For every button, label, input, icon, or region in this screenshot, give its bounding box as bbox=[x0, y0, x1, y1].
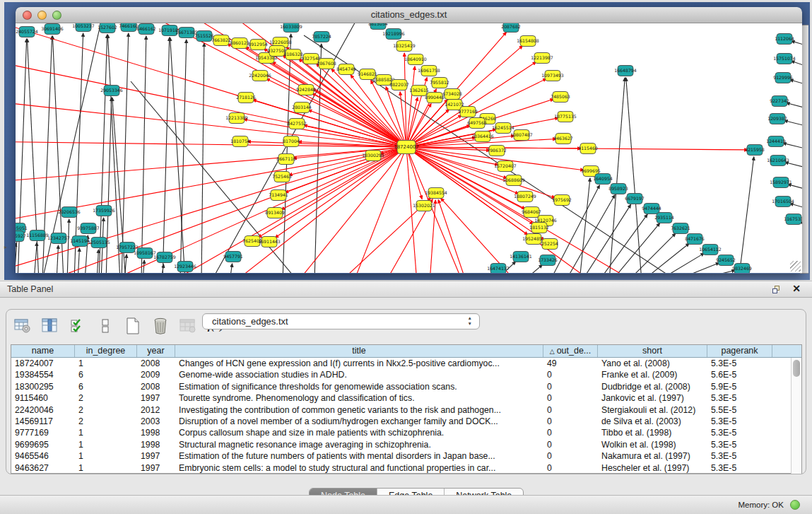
graph-node[interactable]: 1167533 bbox=[784, 214, 802, 225]
graph-node[interactable]: 17359926 bbox=[93, 206, 115, 216]
graph-edge[interactable] bbox=[170, 37, 185, 273]
graph-node[interactable]: 817004 bbox=[283, 136, 300, 147]
unselect-columns-button[interactable] bbox=[95, 316, 116, 336]
delete-column-button[interactable] bbox=[150, 316, 171, 336]
column-header-title[interactable]: title bbox=[175, 345, 543, 357]
graph-node[interactable]: 9242848 bbox=[296, 85, 316, 95]
minimize-window-button[interactable] bbox=[37, 11, 47, 20]
graph-node[interactable]: 20206536 bbox=[58, 207, 81, 218]
graph-node[interactable]: 10053237 bbox=[72, 23, 95, 32]
graph-node[interactable]: 7663822 bbox=[211, 35, 231, 46]
graph-node[interactable]: 8667110 bbox=[276, 154, 296, 165]
show-columns-button[interactable] bbox=[40, 316, 61, 336]
create-column-button[interactable] bbox=[122, 316, 143, 336]
graph-node[interactable]: 9777169 bbox=[458, 107, 478, 117]
graph-node[interactable]: 18775135 bbox=[554, 112, 577, 122]
graph-node[interactable]: 29053346 bbox=[100, 86, 123, 96]
graph-node[interactable]: 10654112 bbox=[699, 245, 722, 255]
graph-node[interactable]: 2718126 bbox=[236, 93, 256, 103]
network-window-titlebar[interactable]: citations_edges.txt bbox=[16, 7, 802, 23]
table-row[interactable]: 946554611997Estimation of the future num… bbox=[11, 450, 801, 462]
graph-node[interactable]: 8822037 bbox=[389, 80, 409, 90]
graph-edge[interactable] bbox=[180, 40, 187, 273]
graph-node[interactable]: 1975692 bbox=[552, 195, 572, 206]
memory-status-icon[interactable] bbox=[790, 500, 800, 510]
graph-node[interactable]: 2867608 bbox=[317, 59, 336, 69]
graph-edge[interactable] bbox=[143, 260, 144, 273]
graph-node[interactable]: 16033809 bbox=[280, 23, 302, 33]
graph-node[interactable]: 8958923 bbox=[608, 184, 628, 194]
column-header-pagerank[interactable]: pagerank bbox=[707, 345, 772, 357]
graph-node[interactable]: 16154808 bbox=[517, 36, 539, 47]
graph-edge[interactable] bbox=[275, 151, 401, 238]
graph-node[interactable]: 8913409 bbox=[265, 208, 285, 218]
graph-node[interactable]: 16911443 bbox=[258, 237, 281, 247]
graph-node[interactable]: 12923446 bbox=[174, 262, 196, 272]
table-scrollbar[interactable] bbox=[791, 358, 801, 474]
graph-node[interactable]: 12505135 bbox=[88, 238, 110, 248]
delete-table-button[interactable] bbox=[177, 316, 199, 336]
graph-edge[interactable] bbox=[790, 204, 802, 212]
graph-edge[interactable] bbox=[413, 136, 514, 146]
table-row[interactable]: 1830029562008Estimation of significance … bbox=[11, 381, 801, 392]
graph-node[interactable]: 8912954 bbox=[248, 40, 268, 50]
graph-edge[interactable] bbox=[582, 204, 631, 273]
graph-node[interactable]: 12213389 bbox=[225, 113, 248, 124]
column-header-name[interactable]: name bbox=[11, 345, 75, 357]
graph-node[interactable]: 9245652 bbox=[716, 255, 736, 266]
select-columns-button[interactable] bbox=[67, 316, 88, 336]
graph-node[interactable]: 18640910 bbox=[404, 54, 427, 65]
graph-edge[interactable] bbox=[784, 120, 802, 129]
graph-node[interactable]: 18724007 bbox=[394, 141, 419, 154]
graph-node[interactable]: 1810754 bbox=[230, 136, 250, 147]
graph-node[interactable]: 8454749 bbox=[336, 64, 356, 75]
graph-node[interactable]: 7525463 bbox=[272, 172, 292, 182]
graph-edge[interactable] bbox=[787, 103, 802, 112]
graph-node[interactable]: 16961758 bbox=[418, 66, 440, 76]
graph-node[interactable]: 8813054 bbox=[368, 23, 388, 30]
graph-node[interactable]: 1145194 bbox=[70, 236, 90, 247]
graph-node[interactable]: 16782759 bbox=[153, 252, 176, 263]
graph-node[interactable]: 7466160 bbox=[119, 23, 139, 32]
graph-edge[interactable] bbox=[404, 53, 406, 140]
window-resize-grip[interactable] bbox=[790, 261, 801, 271]
graph-node[interactable]: 15302021 bbox=[413, 201, 435, 211]
table-row[interactable]: 911546021997Tourette syndrome. Phenomeno… bbox=[11, 392, 801, 404]
graph-edge[interactable] bbox=[297, 153, 402, 273]
graph-node[interactable]: 10807487 bbox=[510, 130, 533, 141]
column-header-year[interactable]: year bbox=[137, 345, 175, 357]
network-view-window[interactable]: citations_edges.txt 18724007240557243069… bbox=[16, 7, 802, 274]
graph-node[interactable]: 22420046 bbox=[249, 71, 271, 81]
graph-edge[interactable] bbox=[523, 265, 542, 273]
column-header-short[interactable]: short bbox=[598, 345, 707, 357]
graph-edge[interactable] bbox=[353, 153, 404, 273]
graph-node[interactable]: 6466162 bbox=[136, 24, 156, 35]
graph-node[interactable]: 1733426 bbox=[538, 255, 558, 266]
close-panel-icon[interactable]: ✕ bbox=[792, 283, 801, 294]
graph-edge[interactable] bbox=[792, 41, 802, 49]
graph-node[interactable]: 14136141 bbox=[510, 252, 532, 262]
column-header-in_degree[interactable]: in_degree bbox=[75, 345, 137, 357]
graph-node[interactable]: 2087682 bbox=[501, 23, 521, 33]
close-window-button[interactable] bbox=[23, 11, 32, 20]
graph-edge[interactable] bbox=[141, 36, 146, 273]
graph-node[interactable]: 10973493 bbox=[541, 71, 564, 81]
graph-node[interactable]: 93975887 bbox=[77, 223, 100, 234]
graph-edge[interactable] bbox=[57, 245, 59, 273]
graph-node[interactable]: 18300295 bbox=[362, 151, 384, 161]
table-mode-button[interactable] bbox=[12, 316, 33, 336]
table-row[interactable]: 946362711997Embryonic stem cells: a mode… bbox=[11, 462, 801, 474]
graph-edge[interactable] bbox=[565, 195, 615, 273]
graph-node[interactable]: 8215958 bbox=[745, 145, 765, 156]
graph-node[interactable]: 24055724 bbox=[16, 27, 38, 37]
graph-edge[interactable] bbox=[230, 264, 233, 273]
table-row[interactable]: 1456911722003Disruption of a novel membe… bbox=[11, 416, 801, 427]
panel-collapse-handle-left[interactable]: ▸ bbox=[4, 244, 7, 250]
graph-edge[interactable] bbox=[441, 198, 514, 273]
graph-edge[interactable] bbox=[283, 34, 291, 273]
graph-edge[interactable] bbox=[161, 264, 164, 273]
graph-node[interactable]: 17016504 bbox=[772, 197, 794, 207]
graph-node[interactable]: 7134941 bbox=[269, 190, 288, 201]
graph-node[interactable]: 9684067 bbox=[522, 207, 541, 218]
graph-node[interactable]: 20364416 bbox=[471, 132, 494, 142]
